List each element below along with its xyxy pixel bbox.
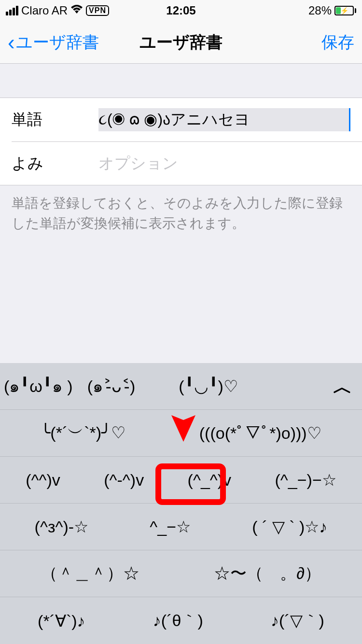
reading-row: よみ オプション [12, 141, 362, 185]
kaomoji-key[interactable]: (╹◡╹)♡ [179, 377, 238, 396]
helper-text: 単語を登録しておくと、そのよみを入力した際に登録した単語が変換候補に表示されます… [0, 185, 362, 241]
kaomoji-key[interactable]: (^_^)v [188, 471, 231, 490]
battery-pct: 28% [308, 4, 332, 17]
kaomoji-key[interactable]: (^_−)−☆ [275, 470, 336, 490]
kaomoji-key[interactable]: ( ´ ▽ ` )☆♪ [252, 517, 327, 536]
kaomoji-key[interactable]: (^з^)-☆ [35, 517, 88, 536]
reading-input[interactable]: オプション [98, 153, 350, 174]
kaomoji-keyboard: (๑╹ω╹๑ ) (๑˃̵ᴗ˂̵) (╹◡╹)♡ ︿ ╰(*´︶`*)╯♡ ((… [0, 363, 362, 644]
kaomoji-key[interactable]: (^-^)v [104, 471, 144, 490]
form-group: 単語 ૮(◉ ɷ ◉)აアニハセヨ よみ オプション [0, 98, 362, 185]
reading-label: よみ [12, 153, 98, 174]
back-label: ユーザ辞書 [16, 31, 99, 54]
kaomoji-key[interactable]: (*´∀`)♪ [38, 611, 85, 630]
kb-row-4: (^з^)-☆ ^_−☆ ( ´ ▽ ` )☆♪ [0, 504, 362, 550]
save-button[interactable]: 保存 [321, 31, 354, 54]
kb-row-3: (^^)v (^-^)v (^_^)v (^_−)−☆ [0, 457, 362, 504]
signal-icon [6, 6, 18, 15]
kb-row-6: (*´∀`)♪ ♪(´θ｀) ♪(´▽｀) [0, 597, 362, 644]
status-right: 28% ⚡ [308, 4, 356, 17]
status-time: 12:05 [166, 4, 195, 17]
word-label: 単語 [12, 109, 98, 130]
kb-row-2: ╰(*´︶`*)╯♡ (((o(*ﾟ▽ﾟ*)o)))♡ [0, 410, 362, 457]
kb-row-1: (๑╹ω╹๑ ) (๑˃̵ᴗ˂̵) (╹◡╹)♡ ︿ [0, 363, 362, 410]
carrier-label: Claro AR [21, 4, 68, 17]
kaomoji-key[interactable]: ^_−☆ [150, 517, 191, 536]
expand-keyboard-button[interactable]: ︿ [333, 374, 352, 400]
kaomoji-key[interactable]: (๑˃̵ᴗ˂̵) [87, 373, 136, 399]
word-row: 単語 ૮(◉ ɷ ◉)აアニハセヨ [0, 98, 362, 141]
word-input[interactable]: ૮(◉ ɷ ◉)აアニハセヨ [98, 108, 350, 131]
kaomoji-key[interactable]: (๑╹ω╹๑ ) [4, 373, 73, 399]
kaomoji-key[interactable]: ♪(´θ｀) [153, 610, 203, 632]
kaomoji-key[interactable]: ☆〜（ゝ。∂） [214, 562, 321, 585]
chevron-left-icon: ‹ [8, 30, 15, 55]
vpn-badge: VPN [86, 5, 109, 16]
kaomoji-key[interactable]: （＾＿＾）☆ [41, 562, 139, 585]
page-title: ユーザ辞書 [139, 31, 223, 54]
wifi-icon [70, 4, 83, 17]
kb-row-5: （＾＿＾）☆ ☆〜（ゝ。∂） [0, 550, 362, 597]
kaomoji-key[interactable]: (((o(*ﾟ▽ﾟ*)o)))♡ [199, 423, 321, 443]
kaomoji-key[interactable]: ♪(´▽｀) [271, 610, 324, 632]
nav-bar: ‹ ユーザ辞書 ユーザ辞書 保存 [0, 21, 362, 64]
kaomoji-key[interactable]: ╰(*´︶`*)╯♡ [41, 422, 125, 444]
status-left: Claro AR VPN [6, 4, 109, 17]
kaomoji-key[interactable]: (^^)v [26, 471, 60, 490]
back-button[interactable]: ‹ ユーザ辞書 [8, 30, 99, 55]
battery-icon: ⚡ [334, 6, 356, 15]
status-bar: Claro AR VPN 12:05 28% ⚡ [0, 0, 362, 21]
